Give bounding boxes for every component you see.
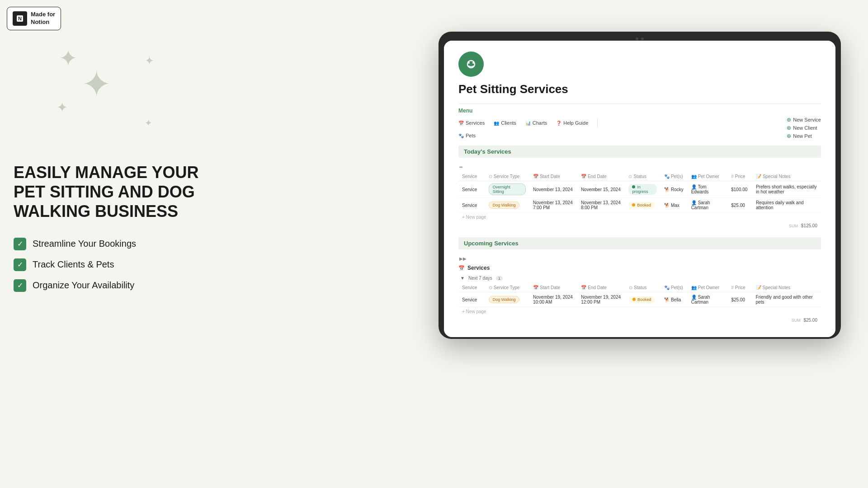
status-dot <box>632 203 635 206</box>
new-page-row[interactable]: + New page <box>458 213 821 221</box>
th-end: 📅End Date <box>577 283 625 292</box>
star-icon-small3: ✦ <box>145 117 152 128</box>
star-icon-small1: ✦ <box>57 99 68 115</box>
new-client-btn[interactable]: ⊕ New Client <box>787 125 821 131</box>
sum-label-upcoming: SUM <box>792 318 801 323</box>
filter-triangle: ▼ <box>460 276 465 281</box>
notion-icon: N <box>13 11 27 26</box>
status-dot <box>632 185 635 188</box>
menu-help-label: Help Guide <box>563 120 588 126</box>
status-badge: In progress <box>628 184 656 195</box>
status-badge: Booked <box>628 202 655 208</box>
device-screen: Pet Sitting Services Menu 📅 Services 👥 <box>444 41 835 337</box>
th-service-type: ⊙Service Type <box>485 283 529 292</box>
th-owner: 👥Pet Owner <box>688 172 728 181</box>
person-icon: 👤 <box>691 200 697 205</box>
svg-text:N: N <box>18 16 22 21</box>
new-service-label: New Service <box>793 117 821 122</box>
device-top-bar <box>444 37 835 41</box>
device-frame: Pet Sitting Services Menu 📅 Services 👥 <box>439 32 841 339</box>
table-row[interactable]: Service Dog Walking November 13, 2024 7:… <box>458 198 821 213</box>
th-pets: 🐾Pet(s) <box>660 283 688 292</box>
status-badge: Booked <box>629 296 655 303</box>
feature-item-1: ✓ Streamline Your Bookings <box>14 238 203 250</box>
page-header: Pet Sitting Services <box>458 52 821 96</box>
upcoming-services-table: Service ⊙Service Type 📅Start Date 📅End D… <box>458 283 821 307</box>
menu-right: ⊕ New Service ⊕ New Client ⊕ New Pet <box>787 117 821 139</box>
plus-icon-client: ⊕ <box>787 125 791 131</box>
row1-price: $25.00 <box>727 292 752 307</box>
new-page-row-upcoming[interactable]: + New page <box>458 307 821 316</box>
table-row[interactable]: Service Dog Walking November 19, 2024 10… <box>458 292 821 307</box>
menu-item-pets[interactable]: 🐾 Pets <box>458 133 476 138</box>
status-dot <box>632 298 636 301</box>
th-owner: 👥Pet Owner <box>688 283 728 292</box>
th-pets: 🐾Pet(s) <box>660 172 688 181</box>
row1-owner: 👤Sarah Cartman <box>688 292 728 307</box>
th-service: Service <box>458 283 485 292</box>
notion-badge-text: Made for Notion <box>31 11 55 26</box>
row1-notes: Friendly and good with other pets <box>752 292 821 307</box>
star-icon: ✦ <box>59 45 78 71</box>
person-icon: 👤 <box>691 295 697 300</box>
person-icon: 👤 <box>691 184 697 189</box>
row1-pets: 🐕Bella <box>660 292 688 307</box>
page-icon <box>458 52 484 77</box>
pets-icon: 🐾 <box>458 133 464 138</box>
menu-item-services[interactable]: 📅 Services <box>458 120 485 126</box>
sum-label: SUM <box>789 224 798 228</box>
row1-start: November 13, 2024 <box>529 181 577 198</box>
page-title: Pet Sitting Services <box>458 82 821 96</box>
row1-notes: Prefers short walks, especially in hot w… <box>752 181 821 198</box>
menu-item-help[interactable]: ❓ Help Guide <box>556 120 588 126</box>
menu-clients-label: Clients <box>501 120 516 126</box>
db-icon: 📅 <box>458 265 465 271</box>
new-service-btn[interactable]: ⊕ New Service <box>787 117 821 123</box>
sum-row-upcoming: SUM $25.00 <box>458 316 821 324</box>
menu-pets-label: Pets <box>466 133 476 138</box>
row1-pets: 🐕Rocky <box>660 181 688 198</box>
feature-label-1: Streamline Your Bookings <box>33 239 136 249</box>
menu-section: Menu 📅 Services 👥 Clients <box>458 103 821 140</box>
todays-services-header: Today's Services <box>458 145 821 158</box>
check-icon-3: ✓ <box>14 279 26 292</box>
sum-value: $125.00 <box>801 223 817 228</box>
camera-dot-2 <box>641 38 644 40</box>
menu-item-charts[interactable]: 📊 Charts <box>525 120 547 126</box>
star-icon-large: ✦ <box>81 63 112 105</box>
filter-row: ▼ Next 7 days 1 <box>458 276 821 281</box>
new-pet-btn[interactable]: ⊕ New Pet <box>787 133 821 139</box>
row1-start: November 19, 2024 10:00 AM <box>529 292 577 307</box>
svg-point-3 <box>468 62 470 64</box>
calendar-icon: 📅 <box>458 121 464 126</box>
th-end: 📅End Date <box>577 172 625 181</box>
new-pet-label: New Pet <box>793 133 812 139</box>
th-start: 📅Start Date <box>529 172 577 181</box>
notion-badge: N Made for Notion <box>7 7 61 30</box>
th-notes: 📝Special Notes <box>752 172 821 181</box>
upcoming-services-section: Upcoming Services ▶▶ 📅 Services ▼ Next 7… <box>458 237 821 324</box>
plus-icon-pet: ⊕ <box>787 133 791 139</box>
sum-value-upcoming: $25.00 <box>803 318 817 323</box>
filter-count: 1 <box>496 276 503 281</box>
star-icon-small2: ✦ <box>145 54 154 67</box>
row2-pets: 🐕Max <box>660 198 688 213</box>
services-db-header: 📅 Services <box>458 263 821 273</box>
row2-notes: Requires daily walk and attention <box>752 198 821 213</box>
th-status: ⊙Status <box>625 172 660 181</box>
row1-service-type: Dog Walking <box>485 292 529 307</box>
feature-item-3: ✓ Organize Your Availability <box>14 279 203 292</box>
row2-start: November 13, 2024 7:00 PM <box>529 198 577 213</box>
menu-item-clients[interactable]: 👥 Clients <box>494 120 516 126</box>
th-notes: 📝Special Notes <box>752 283 821 292</box>
upcoming-services-header: Upcoming Services <box>458 237 821 249</box>
svg-point-4 <box>472 62 474 64</box>
menu-divider <box>597 118 598 127</box>
todays-services-table: Service ⊙Service Type 📅Start Date 📅End D… <box>458 172 821 213</box>
feature-label-3: Organize Your Availability <box>33 280 134 291</box>
th-price: #Price <box>727 283 752 292</box>
table-row[interactable]: Service Overnight Sitting November 13, 2… <box>458 181 821 198</box>
row2-service-type: Dog Walking <box>485 198 529 213</box>
row1-service-type: Overnight Sitting <box>485 181 529 198</box>
pet-icon: 🐕 <box>664 297 670 302</box>
